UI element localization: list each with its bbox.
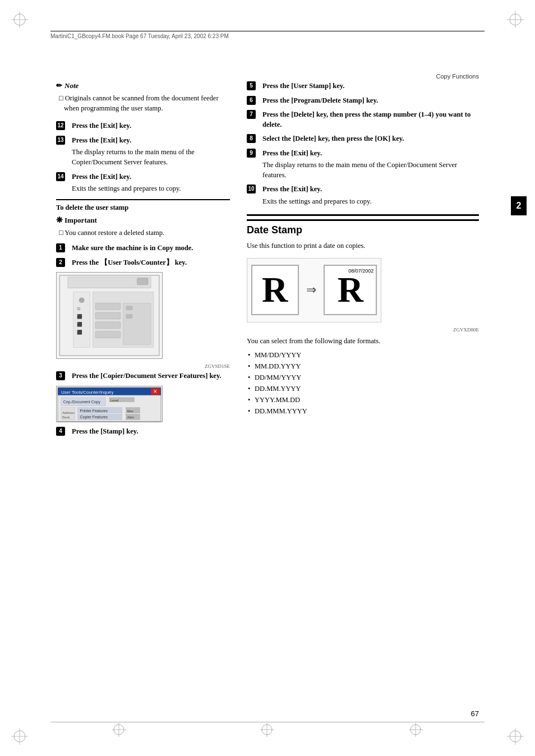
footer-right-reg [409, 723, 423, 739]
section-divider [56, 199, 230, 200]
important-title: ❋ Important [56, 215, 230, 225]
stamp-letter-after: R [338, 269, 363, 311]
delete-step-3: 3 Press the [Copier/Document Server Feat… [56, 371, 230, 381]
format-5: YYYY.MM.DD [247, 394, 479, 405]
svg-text:Max: Max [127, 409, 133, 412]
chapter-tab: 2 [511, 196, 527, 215]
date-stamp-title: Date Stamp [247, 219, 479, 236]
right-step-9: 9 Press the [Exit] key. The display retu… [247, 149, 479, 181]
stamp-after-box: 08/07/2002 R [324, 265, 377, 315]
svg-rect-23 [95, 312, 120, 319]
svg-rect-27 [126, 306, 133, 310]
footer-center-reg [260, 723, 274, 739]
machine-image: ⊙ ⬛ ⬛ ⬛ [56, 272, 163, 359]
machine-img-label: ZGVSD1SE [56, 363, 230, 369]
right-step-5: 5 Press the [User Stamp] key. [247, 81, 479, 91]
right-step-6: 6 Press the [Program/Delete Stamp] key. [247, 96, 479, 106]
right-column: 5 Press the [User Stamp] key. 6 Press th… [247, 81, 479, 441]
stamp-letter-before: R [251, 265, 299, 315]
format-6: DD.MMM.YYYY [247, 405, 479, 417]
right-step-7: 7 Press the [Delete] key, then press the… [247, 110, 479, 130]
delete-step-1: 1 Make sure the machine is in Copy mode. [56, 243, 230, 253]
format-3: DD/MM/YYYY [247, 372, 479, 383]
svg-text:Cop./Document Copy: Cop./Document Copy [63, 399, 101, 404]
svg-text:Level: Level [110, 398, 118, 402]
usertools-image: User Tools/Counter/Inquiry ✕ Cop./Docume… [56, 386, 163, 422]
svg-point-16 [79, 298, 85, 303]
delete-step-2: 2 Press the 【User Tools/Counter】 key. [56, 258, 230, 268]
svg-rect-24 [95, 322, 120, 329]
right-step-8: 8 Select the [Delete] key, then press th… [247, 134, 479, 144]
footer-left-reg [112, 723, 126, 739]
reg-mark-tl [11, 11, 28, 28]
left-column: ✏ Note Originals cannot be scanned from … [56, 81, 230, 441]
two-column-layout: ✏ Note Originals cannot be scanned from … [56, 81, 479, 441]
format-4: DD.MM.YYYY [247, 383, 479, 394]
page-number: 67 [471, 709, 479, 718]
svg-rect-22 [95, 303, 120, 310]
important-item-1: You cannot restore a deleted stamp. [56, 228, 230, 238]
section-label: Copy Functions [436, 73, 479, 80]
svg-text:Book: Book [62, 416, 70, 419]
stamp-demo: R ⇒ 08/07/2002 R [247, 258, 381, 322]
date-stamp-intro: Use this function to print a date on cop… [247, 241, 479, 251]
footer-line [50, 722, 485, 722]
stamp-arrow: ⇒ [306, 283, 316, 297]
svg-rect-28 [126, 314, 133, 319]
svg-text:⬛: ⬛ [77, 314, 82, 319]
date-format-list: MM/DD/YYYY MM.DD.YYYY DD/MM/YYYY DD.MM.Y… [247, 349, 479, 417]
note-section: ✏ Note Originals cannot be scanned from … [56, 81, 230, 113]
stamp-demo-label: ZGVXD80E [247, 327, 479, 333]
svg-text:✕: ✕ [153, 389, 158, 394]
step-12: 12 Press the [Exit] key. [56, 121, 230, 131]
svg-text:⬛: ⬛ [77, 321, 82, 327]
delete-section-title: To delete the user stamp [56, 204, 230, 212]
note-item-1: Originals cannot be scanned from the doc… [56, 93, 230, 113]
svg-text:Adm: Adm [127, 416, 134, 419]
stamp-date-label: 08/07/2002 [348, 268, 373, 274]
page-header-section: Copy Functions [436, 73, 479, 80]
step-13: 13 Press the [Exit] key. The display ret… [56, 136, 230, 168]
step-14: 14 Press the [Exit] key. Exits the setti… [56, 172, 230, 194]
right-step-10: 10 Press the [Exit] key. Exits the setti… [247, 185, 479, 206]
header-bar: MartiniC1_GBcopy4.FM.book Page 67 Tuesda… [50, 31, 485, 39]
header-file-info: MartiniC1_GBcopy4.FM.book Page 67 Tuesda… [50, 33, 229, 39]
date-format-intro: You can select from the following date f… [247, 336, 479, 347]
reg-mark-tr [507, 11, 524, 28]
format-1: MM/DD/YYYY [247, 349, 479, 361]
important-icon: ❋ [56, 215, 63, 225]
footer-arrows [0, 723, 535, 739]
svg-text:⊙: ⊙ [77, 306, 81, 311]
svg-text:⬛: ⬛ [77, 329, 82, 335]
date-stamp-divider [247, 214, 479, 216]
svg-text:Address: Address [62, 411, 75, 414]
svg-text:Printer Features: Printer Features [80, 408, 108, 412]
delete-step-4: 4 Press the [Stamp] key. [56, 427, 230, 437]
format-2: MM.DD.YYYY [247, 361, 479, 372]
svg-text:Copier Features: Copier Features [80, 415, 108, 420]
svg-rect-25 [95, 331, 120, 338]
important-section: ❋ Important You cannot restore a deleted… [56, 215, 230, 238]
note-icon: ✏ [56, 81, 62, 90]
svg-text:User Tools/Counter/Inquiry: User Tools/Counter/Inquiry [61, 390, 114, 395]
main-content: ✏ Note Originals cannot be scanned from … [56, 81, 479, 711]
svg-rect-14 [137, 278, 148, 285]
note-title: ✏ Note [56, 81, 230, 90]
